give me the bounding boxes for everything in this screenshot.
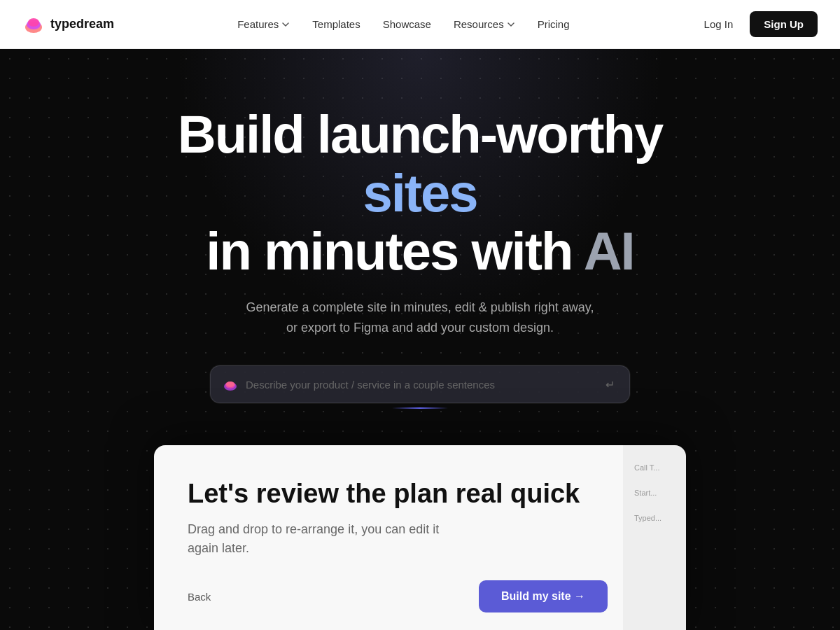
cloud-icon [222,376,239,393]
logo-icon [22,13,45,36]
hero-title-sites-word: sites [363,163,477,223]
hero-title-part1: Build launch-worthy [178,104,662,164]
svg-point-2 [28,18,39,27]
build-button[interactable]: Build my site → [479,580,608,612]
preview-card-title: Let's review the plan real quick [188,479,608,509]
preview-card-sidebar: Call T... Start... Typed... [623,445,686,630]
ai-input-container: ↵ [210,365,630,403]
preview-card: Let's review the plan real quick Drag an… [154,445,686,630]
nav-links: Features Templates Showcase Resources Pr… [229,13,578,36]
sidebar-item-2: Start... [631,484,678,501]
nav-templates[interactable]: Templates [304,13,368,36]
nav-features[interactable]: Features [229,13,298,36]
hero-content: Build launch-worthy sites in minutes wit… [119,105,721,365]
ai-input-bar: ↵ [210,365,630,403]
nav-actions: Log In Sign Up [693,11,818,37]
logo-text: typedream [50,17,114,31]
ai-input[interactable] [246,379,594,391]
hero-title-part2: in minutes with [206,221,572,281]
logo[interactable]: typedream [22,13,114,36]
nav-resources[interactable]: Resources [445,13,524,36]
input-glow-line [392,407,448,409]
sidebar-item-3: Typed... [631,510,678,526]
sidebar-item-1: Call T... [631,459,678,476]
preview-card-subtitle: Drag and drop to re-arrange it, you can … [188,520,608,558]
nav-showcase[interactable]: Showcase [374,13,440,36]
hero-section: Build launch-worthy sites in minutes wit… [0,49,840,630]
svg-point-5 [226,382,234,387]
hero-title-ai-word: AI [584,221,634,281]
preview-card-actions: Back Build my site → [188,580,608,612]
hero-subtitle: Generate a complete site in minutes, edi… [119,298,721,338]
nav-pricing[interactable]: Pricing [529,13,578,36]
chevron-down-icon [281,20,290,29]
signup-button[interactable]: Sign Up [750,11,818,37]
navbar: typedream Features Templates Showcase Re… [0,0,840,49]
hero-title: Build launch-worthy sites in minutes wit… [119,105,721,281]
chevron-down-icon [507,20,515,29]
enter-icon: ↵ [601,376,618,393]
back-button[interactable]: Back [188,591,211,603]
login-button[interactable]: Log In [693,13,745,36]
